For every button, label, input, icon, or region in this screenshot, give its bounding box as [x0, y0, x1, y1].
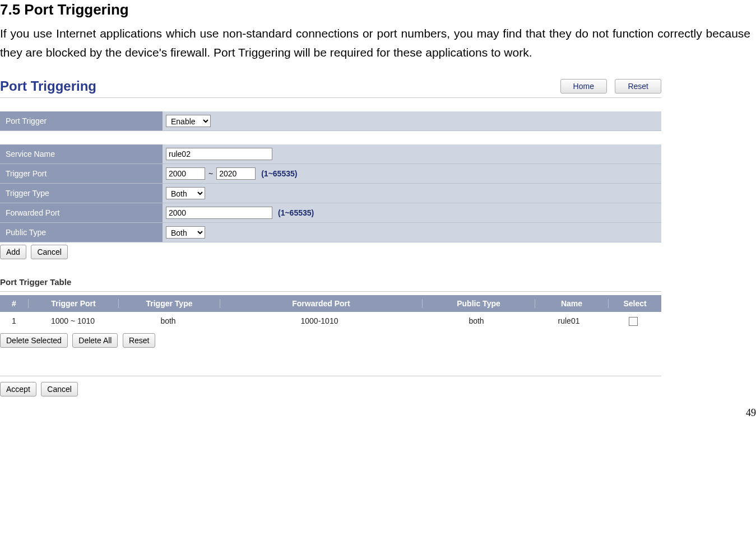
row-select-checkbox[interactable] [629, 317, 638, 326]
accept-button[interactable]: Accept [0, 382, 36, 396]
td-forwarded-port: 1000-1010 [219, 316, 420, 325]
service-name-row: Service Name [0, 144, 661, 164]
th-forwarded-port: Forwarded Port [220, 299, 423, 308]
public-type-row: Public Type Both [0, 223, 661, 242]
footer-cancel-button[interactable]: Cancel [41, 382, 78, 396]
home-button[interactable]: Home [560, 79, 607, 94]
port-trigger-label: Port Trigger [0, 116, 163, 125]
port-trigger-select[interactable]: Enable [166, 115, 211, 127]
trigger-port-from-input[interactable] [166, 167, 205, 180]
forwarded-port-row: Forwarded Port (1~65535) [0, 203, 661, 223]
page-number: 49 [746, 407, 756, 419]
forwarded-port-label: Forwarded Port [0, 208, 163, 217]
th-public-type: Public Type [423, 299, 535, 308]
table-header-row: # Trigger Port Trigger Type Forwarded Po… [0, 295, 661, 312]
trigger-type-select[interactable]: Both [166, 187, 205, 199]
service-name-label: Service Name [0, 150, 163, 158]
td-index: 1 [0, 316, 28, 325]
doc-section-heading: 7.5 Port Triggering [0, 1, 750, 18]
trigger-port-row: Trigger Port ~ (1~65535) [0, 164, 661, 184]
tilde-separator: ~ [208, 169, 213, 178]
delete-all-button[interactable]: Delete All [72, 333, 118, 348]
forwarded-port-hint: (1~65535) [278, 208, 314, 217]
delete-selected-button[interactable]: Delete Selected [0, 333, 68, 348]
public-type-label: Public Type [0, 228, 163, 237]
td-public-type: both [420, 316, 532, 325]
doc-paragraph: If you use Internet applications which u… [0, 24, 750, 62]
td-trigger-port: 1000 ~ 1010 [28, 316, 118, 325]
td-trigger-type: both [118, 316, 219, 325]
table-row: 1 1000 ~ 1010 both 1000-1010 both rule01 [0, 312, 661, 330]
th-name: Name [535, 299, 609, 308]
footer-divider [0, 376, 661, 376]
add-button[interactable]: Add [0, 245, 26, 259]
trigger-type-row: Trigger Type Both [0, 184, 661, 203]
port-trigger-table-title: Port Trigger Table [0, 277, 661, 287]
reset-button[interactable]: Reset [615, 79, 661, 94]
th-trigger-type: Trigger Type [119, 299, 220, 308]
service-name-input[interactable] [166, 148, 272, 160]
trigger-port-label: Trigger Port [0, 169, 163, 178]
th-trigger-port: Trigger Port [29, 299, 119, 308]
public-type-select[interactable]: Both [166, 226, 205, 239]
titlebar-divider [0, 97, 661, 98]
th-select: Select [609, 299, 661, 308]
table-reset-button[interactable]: Reset [123, 333, 156, 348]
trigger-port-hint: (1~65535) [261, 169, 297, 178]
table-divider [0, 291, 661, 292]
th-index: # [0, 299, 29, 308]
forwarded-port-input[interactable] [166, 207, 272, 219]
trigger-port-to-input[interactable] [216, 167, 256, 180]
form-cancel-button[interactable]: Cancel [31, 245, 68, 259]
port-trigger-row: Port Trigger Enable [0, 111, 661, 131]
trigger-type-label: Trigger Type [0, 189, 163, 198]
app-title: Port Triggering [0, 78, 96, 94]
port-triggering-app: Port Triggering Home Reset Port Trigger … [0, 78, 661, 396]
td-name: rule01 [532, 316, 605, 325]
